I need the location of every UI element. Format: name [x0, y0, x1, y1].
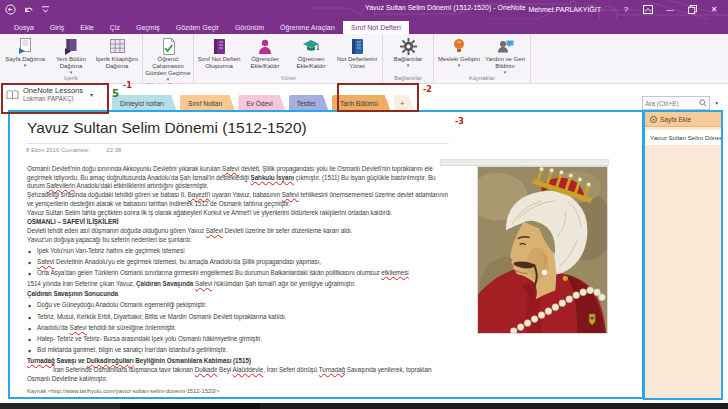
ribbon-group-label: Kaynaklar [436, 74, 528, 83]
create-class-notebook-button[interactable]: Sınıf Not Defteri Oluşturma [196, 35, 242, 74]
ribbon-tab-çiz[interactable]: Çiz [102, 21, 128, 34]
ribbon-group: Öğrenci Çalışmasını Gözden Geçirme▾Gözde… [143, 34, 194, 83]
ribbon-tab-row: DosyaGirişEkleÇizGeçmişGözden GeçirGörün… [0, 19, 728, 34]
add-remove-teacher-button[interactable]: Öğretmen Ekle/Kaldır [288, 35, 334, 74]
close-button[interactable]: ✕ [703, 0, 725, 19]
ribbon-tab-giriş[interactable]: Giriş [42, 21, 72, 34]
paragraph: Şehzadeliği sırasında doğudaki tehdidi g… [27, 191, 451, 208]
list-item: Doğu ve Güneydoğu Anadolu Osmanlı egemen… [27, 301, 451, 310]
search-area: ▾ [642, 96, 718, 110]
notebook-name: OneNote Lessons [23, 86, 83, 95]
section-tabs: Dinleyici notlarıSınıf NotlarıEv ÖdeviTe… [112, 95, 415, 112]
page-date: 8 Ekim 2016 Cumartesi [26, 147, 88, 153]
paragraph: Yavuz Sultan Selim tahta geçtikten sonra… [27, 209, 451, 218]
review-student-work-button[interactable]: Öğrenci Çalışmasını Gözden Geçirme▾ [145, 35, 191, 81]
add-remove-students-button[interactable]: Öğrenciler Ekle/Kaldır [242, 35, 288, 74]
ribbon-tab-sınıf-not-defteri[interactable]: Sınıf Not Defteri [343, 21, 409, 34]
review-student-work-icon [161, 37, 176, 55]
back-icon[interactable] [5, 4, 16, 15]
paragraph: Devleti tehdit eden asıl düşmanın doğuda… [27, 227, 451, 236]
help-button[interactable]: ? [615, 0, 637, 19]
ribbon-tab-görünüm[interactable]: Görünüm [227, 21, 272, 34]
section-tab-sınıf-notları[interactable]: Sınıf Notları [180, 95, 235, 112]
manage-notebooks-icon [350, 37, 365, 55]
ribbon-display-options-button[interactable] [637, 0, 659, 19]
professional-development-icon [452, 37, 466, 55]
notebook-navigation-row: OneNote Lessons Lokman PAPAKÇI ▾ Dinleyi… [0, 84, 728, 112]
help-feedback-button[interactable]: Yardım ve Geri Bildirim▾ [482, 35, 528, 74]
title-divider [26, 143, 449, 144]
ribbon-tab-dosya[interactable]: Dosya [6, 21, 42, 34]
account-user-name[interactable]: Mehmet PARLAKYİĞİT [528, 6, 601, 13]
page-time: 22:38 [106, 147, 121, 153]
list-item: İpek Yolu'nun Van-Tebriz hattını ele geç… [27, 247, 451, 256]
paragraph: Yavuz'un doğuya yapacağı bu seferin nede… [27, 236, 451, 245]
add-page-button[interactable]: + Sayfa Ekle [645, 112, 723, 127]
distribute-page-icon [17, 37, 33, 55]
list-item: Safevi Devletinin Anadolu'yu ele geçirme… [27, 258, 451, 267]
taskbar-strip [0, 403, 728, 409]
distribute-section-button[interactable]: Yeni Bölüm Dağıtma▾ [48, 35, 94, 74]
window-title: Yavuz Sultan Selim Dönemi (1512-1520) - … [365, 4, 526, 11]
page-datetime: 8 Ekim 2016 Cumartesi 22:38 [26, 147, 121, 153]
chevron-down-icon: ▾ [90, 91, 93, 98]
page-title[interactable]: Yavuz Sultan Selim Dönemi (1512-1520) [27, 119, 307, 137]
section-tab-dinleyici-notları[interactable]: Dinleyici notları [112, 95, 177, 112]
list-item: Bol miktarda ganimet, bilgin ve sanatçı … [27, 346, 451, 355]
onenote-window: Yavuz Sultan Selim Dönemi (1512-1520) - … [0, 0, 728, 409]
ribbon-group: Sınıf Not Defteri OluşturmaÖğrenciler Ek… [194, 34, 383, 83]
note-body[interactable]: Osmanlı Devleti'nin doğu sınırında Akkoy… [27, 165, 451, 383]
search-scope-chevron-icon[interactable]: ▾ [715, 100, 718, 106]
manage-notebooks-button[interactable]: Not Defterlerini Yönet [334, 35, 380, 74]
minimize-button[interactable]: — [659, 0, 681, 19]
new-section-tab[interactable]: + [394, 95, 415, 112]
ribbon-group-label: Bağlantılar [385, 74, 431, 83]
ribbon-button-label: Öğrenciler Ekle/Kaldır [242, 56, 288, 70]
paragraph: İran Seferinde Osmanlılara düşmanca tavı… [27, 366, 451, 383]
section-tab-testler[interactable]: Testler [289, 95, 329, 112]
paragraph: Osmanlı Devleti'nin doğu sınırında Akkoy… [27, 165, 451, 191]
quick-access-toolbar [5, 2, 50, 17]
notebook-dropdown[interactable]: OneNote Lessons Lokman PAPAKÇI ▾ [6, 86, 93, 103]
ribbon-tab-gözden-geçir[interactable]: Gözden Geçir [168, 21, 227, 34]
ribbon-tab-ekle[interactable]: Ekle [72, 21, 102, 34]
customize-qat-icon[interactable] [41, 5, 50, 14]
undo-icon[interactable] [23, 5, 34, 15]
ribbon-group-label: Yönet [196, 74, 380, 83]
handle-dots: ···· [519, 158, 531, 164]
restore-button[interactable] [681, 0, 703, 19]
chevron-down-icon: ▾ [407, 63, 410, 67]
heading: Çaldıran Savaşının Sonucunda [27, 290, 451, 299]
ribbon-button-label: Yardım ve Geri Bildirim [482, 56, 528, 70]
ribbon-button-label: Sınıf Not Defteri Oluşturma [196, 56, 242, 70]
page-list-item[interactable]: Yavuz Sultan Selim Dönemi (1512 [645, 130, 723, 145]
distribute-page-button[interactable]: Sayfa Dağıtma▾ [2, 35, 48, 74]
ribbon-button-label: İçerik Kitaplığını Dağıtma [94, 56, 140, 70]
page-list-sidebar: + Sayfa Ekle Yavuz Sultan Selim Dönemi (… [645, 112, 723, 398]
connections-icon [400, 37, 417, 55]
connections-button[interactable]: Bağlantılar▾ [385, 35, 431, 74]
list-item: Tebriz, Musul, Kerkük Erbil, Diyarbakır,… [27, 313, 451, 322]
section-tab-ev-ödevi[interactable]: Ev Ödevi [238, 95, 285, 112]
ribbon-tab-öğrenme-araçları[interactable]: Öğrenme Araçları [272, 21, 343, 34]
professional-development-button[interactable]: Mesleki Gelişim▾ [436, 35, 482, 74]
list-item: Orta Asya'dan gelen Türklerin Osmanlı sı… [27, 269, 451, 278]
ribbon-button-label: Öğrenci Çalışmasını Gözden Geçirme [145, 56, 191, 77]
section-tab-tarih-bölümü[interactable]: Tarih Bölümü [332, 95, 391, 112]
distribute-library-icon [109, 37, 126, 55]
plus-circle-icon: + [650, 116, 657, 123]
sultan-selim-portrait-image[interactable] [477, 166, 608, 334]
ribbon-group: Sayfa Dağıtma▾Yeni Bölüm Dağıtma▾İçerik … [0, 34, 143, 83]
ribbon-tab-geçmiş[interactable]: Geçmiş [128, 21, 168, 34]
help-feedback-icon [497, 37, 514, 55]
add-page-label: Sayfa Ekle [660, 116, 691, 123]
ribbon-group: Mesleki Gelişim▾Yardım ve Geri Bildirim▾… [434, 34, 531, 83]
image-move-handle[interactable]: ···· [440, 159, 609, 166]
create-class-notebook-icon [212, 37, 227, 55]
source-link[interactable]: Kaynak <http://www.tarihyolu.com/yavuz-s… [27, 388, 219, 394]
chevron-down-icon: ▾ [458, 63, 461, 67]
distribute-library-button[interactable]: İçerik Kitaplığını Dağıtma [94, 35, 140, 74]
list-item: Halep- Tebriz ve Tebriz- Bursa arasındak… [27, 335, 451, 344]
list-item: Anadolu'da Safevi tehdidi bir süreliğine… [27, 324, 451, 333]
distribute-section-icon [63, 37, 79, 55]
